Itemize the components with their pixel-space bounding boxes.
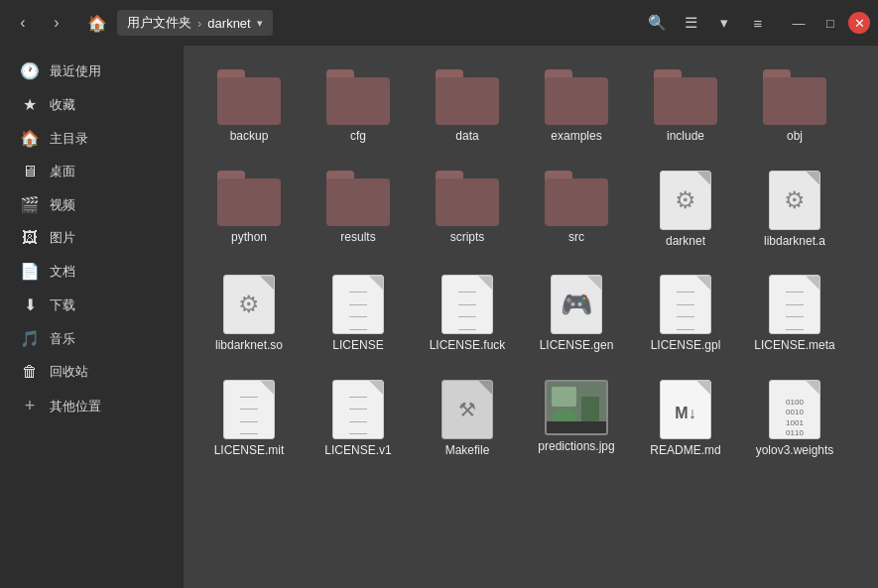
file-license-v1-content: ———————— — [347, 377, 369, 442]
svg-rect-1 — [552, 387, 576, 407]
sidebar-label-trash: 回收站 — [50, 363, 88, 381]
makefile-symbol: ⚒ — [458, 398, 476, 421]
file-license-gpl-label: LICENSE.gpl — [651, 338, 721, 354]
sidebar-item-trash[interactable]: 🗑 回收站 — [4, 356, 180, 388]
file-yolov3-weights[interactable]: 0100001010010110 yolov3.weights — [745, 372, 844, 467]
folder-backup[interactable]: backup — [199, 61, 299, 153]
svg-rect-2 — [581, 397, 599, 421]
file-darknet-label: darknet — [666, 234, 705, 250]
sidebar-item-home[interactable]: 🏠 主目录 — [4, 122, 180, 155]
folder-obj-icon — [763, 69, 826, 125]
file-license-gpl[interactable]: ———————— LICENSE.gpl — [636, 267, 735, 362]
file-license-v1[interactable]: ———————— LICENSE.v1 — [309, 372, 408, 467]
folder-python[interactable]: python — [199, 163, 299, 258]
file-license-gen-label: LICENSE.gen — [540, 338, 614, 354]
sidebar-item-recent[interactable]: 🕐 最近使用 — [4, 55, 180, 87]
file-license-meta-label: LICENSE.meta — [754, 338, 834, 354]
folder-include-icon — [654, 69, 717, 125]
folder-results[interactable]: results — [309, 163, 408, 258]
list-view-button[interactable]: ☰ — [676, 8, 705, 38]
binary-content: 0100001010010110 — [786, 388, 804, 439]
folder-examples-label: examples — [551, 129, 601, 145]
file-predictions-jpg-thumb — [545, 380, 608, 435]
file-license-mit-content: ———————— — [238, 377, 260, 442]
gear-so-symbol-icon: ⚙ — [238, 291, 260, 318]
gear-a-symbol-icon: ⚙ — [784, 186, 806, 214]
home-button[interactable]: 🏠 — [83, 9, 111, 37]
file-makefile-icon: ⚒ — [441, 380, 493, 439]
maximize-button[interactable]: □ — [816, 9, 844, 37]
menu-button[interactable]: ≡ — [743, 8, 773, 38]
file-license-fuck-label: LICENSE.fuck — [430, 338, 506, 354]
breadcrumb-path[interactable]: 用户文件夹 › darknet ▾ — [117, 10, 273, 36]
folder-examples[interactable]: examples — [527, 61, 626, 153]
file-license-gen-icon: 🎮 — [551, 275, 602, 334]
forward-button[interactable]: › — [42, 8, 71, 38]
folder-results-icon — [326, 171, 390, 226]
back-button[interactable]: ‹ — [8, 8, 38, 38]
sidebar-label-downloads: 下载 — [50, 296, 75, 314]
titlebar: ‹ › 🏠 用户文件夹 › darknet ▾ 🔍 ☰ ▾ ≡ — [0, 0, 878, 46]
file-license-mit[interactable]: ———————— LICENSE.mit — [199, 372, 299, 467]
minimize-button[interactable]: — — [785, 9, 813, 37]
sidebar-item-pictures[interactable]: 🖼 图片 — [4, 222, 180, 254]
titlebar-actions: 🔍 ☰ ▾ ≡ — [642, 8, 773, 38]
folder-data[interactable]: data — [418, 61, 517, 153]
file-makefile[interactable]: ⚒ Makefile — [418, 372, 517, 467]
folder-cfg[interactable]: cfg — [309, 61, 408, 153]
file-libdarknet-so[interactable]: ⚙ libdarknet.so — [199, 267, 299, 362]
clock-icon: 🕐 — [20, 61, 40, 80]
sidebar-item-downloads[interactable]: ⬇ 下载 — [4, 289, 180, 321]
breadcrumb-dropdown-button[interactable]: ▾ — [257, 17, 263, 30]
sidebar-label-other: 其他位置 — [50, 398, 101, 415]
folder-scripts-label: scripts — [450, 230, 485, 246]
file-predictions-jpg-label: predictions.jpg — [538, 439, 614, 455]
file-libdarknet-so-icon: ⚙ — [223, 275, 275, 334]
file-libdarknet-a[interactable]: ⚙ libdarknet.a — [745, 163, 844, 258]
folder-src[interactable]: src — [527, 163, 626, 258]
folder-include[interactable]: include — [636, 61, 735, 153]
folder-src-icon — [545, 171, 608, 226]
close-icon: ✕ — [854, 16, 865, 31]
file-yolov3-weights-label: yolov3.weights — [756, 443, 834, 459]
folder-scripts[interactable]: scripts — [418, 163, 517, 258]
sidebar-item-videos[interactable]: 🎬 视频 — [4, 188, 180, 221]
folder-examples-icon — [545, 69, 608, 125]
file-license-mit-label: LICENSE.mit — [214, 443, 285, 459]
breadcrumb-location: 用户文件夹 — [127, 14, 191, 32]
file-license-fuck[interactable]: ———————— LICENSE.fuck — [418, 267, 517, 362]
folder-obj[interactable]: obj — [745, 61, 844, 153]
close-button[interactable]: ✕ — [848, 12, 870, 34]
sidebar-label-home: 主目录 — [50, 130, 88, 148]
window-controls: — □ ✕ — [785, 9, 870, 37]
file-license-v1-icon: ———————— — [332, 380, 384, 439]
folder-src-label: src — [568, 230, 584, 246]
file-grid: backup cfg data — [199, 61, 862, 466]
sidebar-item-desktop[interactable]: 🖥 桌面 — [4, 156, 180, 187]
file-readme-md-label: README.md — [650, 443, 720, 459]
document-icon: 📄 — [20, 262, 40, 281]
file-license-fuck-content: ———————— — [456, 272, 478, 337]
sidebar-item-other[interactable]: + 其他位置 — [4, 389, 180, 423]
file-license[interactable]: ———————— LICENSE — [309, 267, 408, 362]
video-icon: 🎬 — [20, 195, 40, 214]
file-readme-md[interactable]: M↓ README.md — [636, 372, 735, 467]
sidebar-label-starred: 收藏 — [50, 96, 75, 114]
sidebar-item-starred[interactable]: ★ 收藏 — [4, 88, 180, 121]
file-area: backup cfg data — [184, 46, 878, 588]
search-button[interactable]: 🔍 — [642, 8, 672, 38]
file-license-gen[interactable]: 🎮 LICENSE.gen — [527, 267, 626, 362]
view-toggle-button[interactable]: ▾ — [709, 8, 739, 38]
file-license-meta[interactable]: ———————— LICENSE.meta — [745, 267, 844, 362]
list-view-icon: ☰ — [685, 14, 697, 32]
sidebar-item-documents[interactable]: 📄 文档 — [4, 255, 180, 288]
file-predictions-jpg[interactable]: predictions.jpg — [527, 372, 626, 467]
sidebar: 🕐 最近使用 ★ 收藏 🏠 主目录 🖥 桌面 🎬 视频 🖼 图片 📄 文档 ⬇ — [0, 46, 184, 588]
file-readme-md-icon: M↓ — [660, 380, 711, 439]
file-darknet[interactable]: ⚙ darknet — [636, 163, 735, 258]
file-license-gpl-content: ———————— — [675, 272, 696, 337]
file-license-meta-icon: ———————— — [769, 275, 820, 334]
sidebar-item-music[interactable]: 🎵 音乐 — [4, 322, 180, 355]
file-license-label: LICENSE — [332, 338, 383, 354]
file-license-v1-label: LICENSE.v1 — [324, 443, 391, 459]
